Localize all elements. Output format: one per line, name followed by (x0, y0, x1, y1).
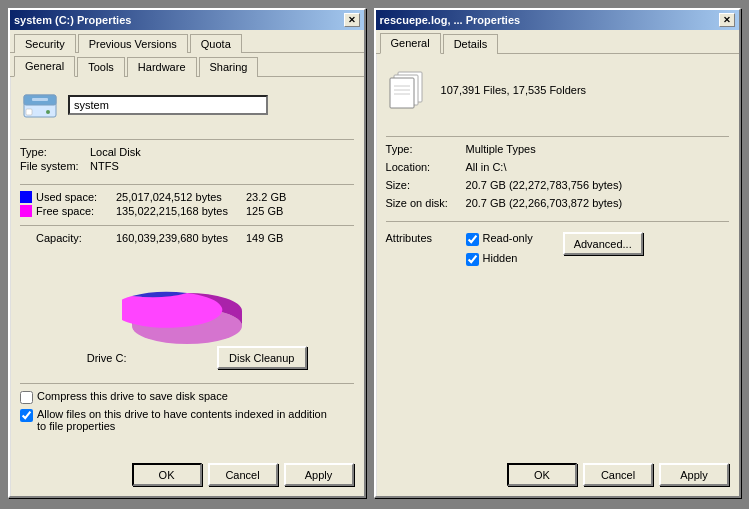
tab-quota[interactable]: Quota (190, 34, 242, 53)
tab-sharing[interactable]: Sharing (199, 57, 259, 77)
dialog1-button-row: OK Cancel Apply (20, 457, 354, 488)
dialog2-title-buttons: ✕ (719, 13, 735, 27)
free-color-indicator (20, 205, 32, 217)
type2-value: Multiple Types (466, 143, 729, 155)
pie-chart-container: Drive C: Disk Cleanup (20, 256, 354, 369)
dialog2-title: rescuepe.log, ... Properties (380, 14, 521, 26)
location-label: Location: (386, 161, 466, 173)
dialog1-cancel-button[interactable]: Cancel (208, 463, 278, 486)
tab-security[interactable]: Security (14, 34, 76, 53)
compress-checkbox[interactable] (20, 391, 33, 404)
tab2-general[interactable]: General (380, 33, 441, 54)
dialog1-tab-row1: Security Previous Versions Quota (10, 30, 364, 53)
dialog2-button-row: OK Cancel Apply (386, 457, 729, 488)
used-gb: 23.2 GB (246, 191, 286, 203)
type2-label: Type: (386, 143, 466, 155)
advanced-button[interactable]: Advanced... (563, 232, 643, 255)
hidden-row: Hidden (466, 252, 533, 266)
type-label: Type: (20, 146, 90, 158)
free-gb: 125 GB (246, 205, 283, 217)
dialog2-close-button[interactable]: ✕ (719, 13, 735, 27)
drive-letter-label: Drive C: (87, 352, 127, 364)
size-on-disk-row: Size on disk: 20.7 GB (22,266,703,872 by… (386, 197, 729, 209)
attributes-label: Attributes (386, 232, 466, 244)
svg-point-3 (46, 110, 50, 114)
hidden-label: Hidden (483, 252, 518, 264)
dialog1-tab-row2: General Tools Hardware Sharing (10, 53, 364, 77)
index-label: Allow files on this drive to have conten… (37, 408, 337, 432)
tab-previous-versions[interactable]: Previous Versions (78, 34, 188, 53)
compress-checkbox-row: Compress this drive to save disk space (20, 390, 354, 404)
svg-rect-4 (32, 98, 48, 101)
documents-icon (386, 70, 431, 110)
free-bytes: 135,022,215,168 bytes (116, 205, 246, 217)
location-row: Location: All in C:\ (386, 161, 729, 173)
free-space-row: Free space: 135,022,215,168 bytes 125 GB (20, 205, 354, 217)
attr-checkboxes: Read-only Hidden (466, 232, 533, 270)
type-value: Local Disk (90, 146, 141, 158)
index-checkbox[interactable] (20, 409, 33, 422)
attributes-section: Attributes Read-only Hidden Advanced... (386, 232, 729, 270)
index-checkbox-row: Allow files on this drive to have conten… (20, 408, 354, 432)
pie-chart (122, 256, 252, 356)
dialog2-cancel-button[interactable]: Cancel (583, 463, 653, 486)
files-icon (386, 70, 431, 110)
size-on-disk-value: 20.7 GB (22,266,703,872 bytes) (466, 197, 729, 209)
svg-rect-2 (26, 109, 32, 115)
tab-general[interactable]: General (14, 56, 75, 77)
dialog2-title-bar: rescuepe.log, ... Properties ✕ (376, 10, 739, 30)
dialog1-title-buttons: ✕ (344, 13, 360, 27)
dialog1-title-bar: system (C:) Properties ✕ (10, 10, 364, 30)
dialog2-apply-button[interactable]: Apply (659, 463, 729, 486)
filesystem-label: File system: (20, 160, 90, 172)
capacity-label: Capacity: (36, 232, 116, 244)
size-on-disk-label: Size on disk: (386, 197, 466, 209)
readonly-row: Read-only (466, 232, 533, 246)
location-value: All in C:\ (466, 161, 729, 173)
dialog2-tab-row: General Details (376, 30, 739, 54)
tab2-details[interactable]: Details (443, 34, 499, 54)
dialog2-content: 107,391 Files, 17,535 Folders Type: Mult… (376, 54, 739, 496)
size-label: Size: (386, 179, 466, 191)
dialog1-title: system (C:) Properties (14, 14, 131, 26)
readonly-checkbox[interactable] (466, 233, 479, 246)
disk-cleanup-button[interactable]: Disk Cleanup (217, 346, 307, 369)
tab-hardware[interactable]: Hardware (127, 57, 197, 77)
capacity-row: Capacity: 160,039,239,680 bytes 149 GB (36, 232, 354, 244)
hidden-checkbox[interactable] (466, 253, 479, 266)
used-label: Used space: (36, 191, 116, 203)
dialog1-ok-button[interactable]: OK (132, 463, 202, 486)
capacity-bytes: 160,039,239,680 bytes (116, 232, 246, 244)
readonly-label: Read-only (483, 232, 533, 244)
size-value: 20.7 GB (22,272,783,756 bytes) (466, 179, 729, 191)
dialog2-ok-button[interactable]: OK (507, 463, 577, 486)
filesystem-value: NTFS (90, 160, 119, 172)
svg-rect-9 (390, 78, 414, 108)
dialog1-apply-button[interactable]: Apply (284, 463, 354, 486)
rescuepe-properties-dialog: rescuepe.log, ... Properties ✕ General D… (374, 8, 741, 498)
dialog1-close-button[interactable]: ✕ (344, 13, 360, 27)
files-info: 107,391 Files, 17,535 Folders (441, 84, 587, 96)
used-bytes: 25,017,024,512 bytes (116, 191, 246, 203)
size-row: Size: 20.7 GB (22,272,783,756 bytes) (386, 179, 729, 191)
type2-row: Type: Multiple Types (386, 143, 729, 155)
drive-name-input[interactable] (68, 95, 268, 115)
dialog1-content: Type: Local Disk File system: NTFS Used … (10, 77, 364, 496)
capacity-gb: 149 GB (246, 232, 283, 244)
free-label: Free space: (36, 205, 116, 217)
system-properties-dialog: system (C:) Properties ✕ Security Previo… (8, 8, 366, 498)
drive-icon (20, 85, 60, 125)
used-space-row: Used space: 25,017,024,512 bytes 23.2 GB (20, 191, 354, 203)
tab-tools[interactable]: Tools (77, 57, 125, 77)
used-color-indicator (20, 191, 32, 203)
compress-label: Compress this drive to save disk space (37, 390, 228, 402)
